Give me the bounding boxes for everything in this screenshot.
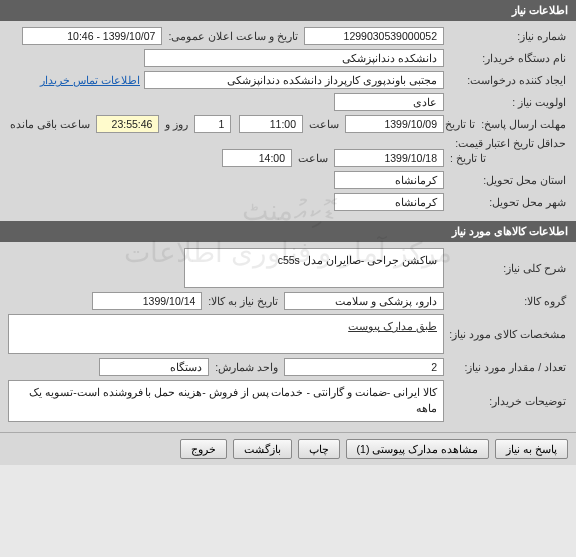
attachment-link[interactable]: طبق مدارک پیوست	[348, 319, 437, 335]
spec-field: طبق مدارک پیوست	[8, 314, 444, 354]
need-number-label: شماره نیاز:	[448, 30, 568, 42]
validity-date-field: 1399/10/18	[334, 149, 444, 167]
buyer-label: نام دستگاه خریدار:	[448, 52, 568, 64]
response-time-label: ساعت	[307, 118, 341, 130]
buyer-field: دانشکده دندانپزشکی	[144, 49, 444, 67]
response-time-field: 11:00	[239, 115, 303, 133]
group-label: گروه کالا:	[448, 295, 568, 307]
exit-button[interactable]: خروج	[180, 439, 227, 459]
creator-field: مجتبی باوندپوری کارپرداز دانشکده دندانپز…	[144, 71, 444, 89]
section1-header: اطلاعات نیاز	[0, 0, 576, 21]
validity-time-label: ساعت	[296, 152, 330, 164]
remaining-label: ساعت باقی مانده	[8, 118, 92, 130]
contact-link[interactable]: اطلاعات تماس خریدار	[40, 74, 140, 86]
unit-field: دستگاه	[99, 358, 209, 376]
province-label: استان محل تحویل:	[448, 174, 568, 186]
need-number-field: 1299030539000052	[304, 27, 444, 45]
to-date-label-2: تا تاریخ :	[448, 152, 568, 164]
creator-label: ایجاد کننده درخواست:	[448, 74, 568, 86]
print-button[interactable]: چاپ	[298, 439, 340, 459]
reply-button[interactable]: پاسخ به نیاز	[495, 439, 568, 459]
validity-time-field: 14:00	[222, 149, 292, 167]
response-deadline-label: مهلت ارسال پاسخ: تا تاریخ :	[448, 118, 568, 130]
province-field: کرمانشاه	[334, 171, 444, 189]
qty-label: تعداد / مقدار مورد نیاز:	[448, 361, 568, 373]
group-field: دارو، پزشکی و سلامت	[284, 292, 444, 310]
notes-label: توضیحات خریدار:	[448, 395, 568, 407]
back-button[interactable]: بازگشت	[233, 439, 292, 459]
response-date-field: 1399/10/09	[345, 115, 444, 133]
announce-field: 1399/10/07 - 10:46	[22, 27, 162, 45]
remaining-time-field: 23:55:46	[96, 115, 160, 133]
day-and-label: روز و	[163, 118, 190, 130]
need-by-label: تاریخ نیاز به کالا:	[206, 295, 280, 307]
day-count-field: 1	[194, 115, 231, 133]
desc-field: ساکشن جراحی -صاایران مدل c55s	[184, 248, 444, 288]
city-label: شهر محل تحویل:	[448, 196, 568, 208]
qty-field: 2	[284, 358, 444, 376]
footer-bar: پاسخ به نیاز مشاهده مدارک پیوستی (1) چاپ…	[0, 432, 576, 465]
view-attachments-button[interactable]: مشاهده مدارک پیوستی (1)	[346, 439, 490, 459]
announce-label: تاریخ و ساعت اعلان عمومی:	[166, 30, 300, 42]
priority-label: اولویت نیاز :	[448, 96, 568, 108]
spec-label: مشخصات کالای مورد نیاز:	[448, 328, 568, 340]
priority-field: عادی	[334, 93, 444, 111]
section2-body: شرح کلی نیاز: ساکشن جراحی -صاایران مدل c…	[0, 242, 576, 432]
section1-body: شماره نیاز: 1299030539000052 تاریخ و ساع…	[0, 21, 576, 221]
section2-header: اطلاعات کالاهای مورد نیاز	[0, 221, 576, 242]
desc-label: شرح کلی نیاز:	[448, 262, 568, 274]
city-field: کرمانشاه	[334, 193, 444, 211]
unit-label: واحد شمارش:	[213, 361, 280, 373]
min-validity-label: حداقل تاریخ اعتبار قیمت:	[448, 137, 568, 149]
need-by-field: 1399/10/14	[92, 292, 202, 310]
notes-field: کالا ایرانی -ضمانت و گارانتی - خدمات پس …	[8, 380, 444, 422]
